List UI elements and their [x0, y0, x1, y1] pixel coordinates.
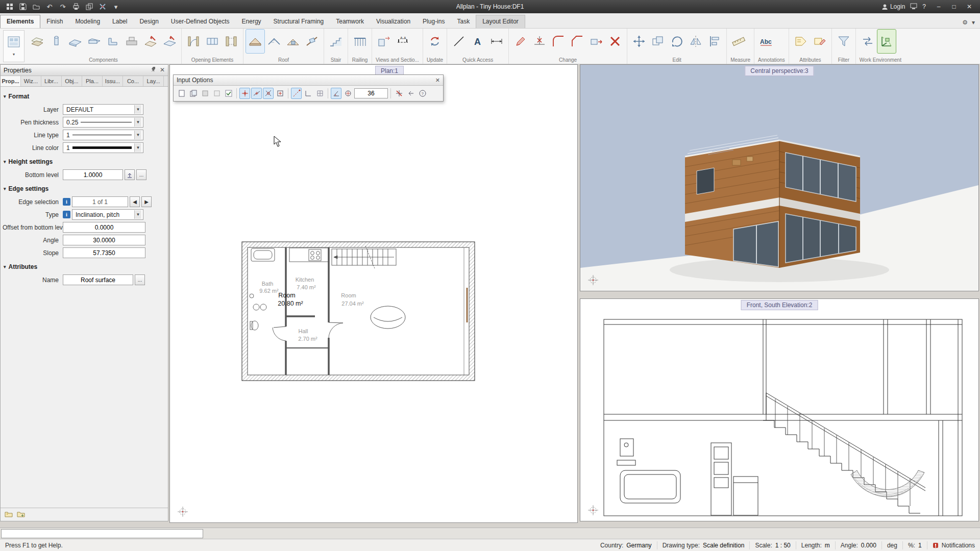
slope-input[interactable] [63, 247, 145, 258]
element-snap-icon[interactable] [275, 88, 285, 99]
railing-icon[interactable] [351, 30, 369, 53]
roof-surface-icon[interactable] [246, 30, 264, 53]
tab-layout-editor[interactable]: Layout Editor [476, 15, 525, 28]
status-drawing-type[interactable]: Drawing type:Scale definition [657, 541, 750, 549]
command-line-input[interactable] [1, 529, 203, 538]
upstand-icon[interactable] [104, 30, 122, 53]
connect-icon[interactable] [910, 3, 917, 11]
measure-icon[interactable] [729, 30, 748, 53]
status-scale[interactable]: Scale:1 : 50 [749, 541, 795, 549]
login-button[interactable]: Login [881, 3, 905, 10]
edge-prev-button[interactable]: ◀ [130, 196, 140, 207]
properties-header[interactable]: Properties ✕ [1, 65, 168, 76]
section-edge-header[interactable]: ▾Edge settings [3, 183, 164, 194]
level-more-button[interactable]: ... [136, 169, 146, 180]
text-icon[interactable]: A [469, 30, 487, 53]
intersection-snap-icon[interactable] [263, 88, 274, 99]
slab-icon[interactable] [66, 30, 84, 53]
tab-user-defined-objects[interactable]: User-Defined Objects [165, 15, 236, 28]
close-icon[interactable]: ✕ [435, 77, 440, 84]
edge-type-dropdown[interactable]: Inclination, pitch▼ [72, 209, 143, 220]
move-icon[interactable] [630, 30, 648, 53]
section-attributes-header[interactable]: ▾Attributes [3, 261, 164, 272]
offset-input[interactable] [63, 222, 145, 233]
section-format-header[interactable]: ▾Format [3, 91, 164, 102]
line-color-dropdown[interactable]: 1▼ [63, 142, 143, 153]
no-snap-icon[interactable] [394, 88, 404, 99]
slab-sketch-icon[interactable] [160, 30, 179, 53]
status-length-unit[interactable]: Length:m [796, 541, 835, 549]
ptab-wizard[interactable]: Wiz... [21, 76, 41, 86]
level-pick-button[interactable] [125, 169, 135, 180]
pin-icon[interactable] [151, 66, 157, 74]
door-icon[interactable] [184, 30, 203, 53]
ptab-connect[interactable]: Co... [123, 76, 143, 86]
back-icon[interactable] [405, 88, 416, 99]
fillet-icon[interactable] [549, 30, 568, 53]
ptab-issues[interactable]: Issu... [103, 76, 123, 86]
info-icon[interactable]: i [63, 198, 70, 206]
favorite-open-icon[interactable] [5, 510, 13, 519]
attribute-modify-icon[interactable] [811, 30, 829, 53]
ptab-library[interactable]: Libr... [41, 76, 62, 86]
workspace-grid-icon[interactable] [877, 30, 896, 53]
layer-doc2-icon[interactable] [211, 88, 222, 99]
open-icon[interactable] [32, 2, 41, 11]
status-percent[interactable]: %:1 [902, 541, 927, 549]
trim-icon[interactable] [530, 30, 549, 53]
rotate-icon[interactable] [668, 30, 686, 53]
layer-doc-icon[interactable] [200, 88, 210, 99]
tab-plug-ins[interactable]: Plug-ins [416, 15, 451, 28]
app-menu-icon[interactable] [5, 2, 14, 11]
dimension-icon[interactable] [487, 30, 506, 53]
close-button[interactable]: ✕ [962, 0, 977, 13]
track-line-icon[interactable] [291, 88, 302, 99]
bottom-level-input[interactable] [63, 169, 123, 180]
tab-visualization[interactable]: Visualization [370, 15, 416, 28]
plan-viewport[interactable]: Plan:1 [169, 64, 578, 523]
line-type-dropdown[interactable]: 1▼ [63, 130, 143, 140]
elevation-viewport-tag[interactable]: Front, South Elevation:2 [741, 300, 818, 310]
ptab-objects[interactable]: Obj... [62, 76, 82, 86]
copy-icon[interactable] [85, 2, 94, 11]
copy-elements-icon[interactable] [649, 30, 667, 53]
perspective-viewport[interactable]: Central perspective:3 [580, 64, 979, 291]
edit-pen-icon[interactable] [511, 30, 530, 53]
status-country[interactable]: Country:Germany [595, 541, 657, 549]
favorite-save-icon[interactable] [17, 510, 25, 519]
annotations-abc-icon[interactable]: Abc [757, 30, 775, 53]
midpoint-snap-icon[interactable] [251, 88, 262, 99]
column-icon[interactable] [47, 30, 65, 53]
multi-document-icon[interactable] [188, 88, 199, 99]
perspective-viewport-tag[interactable]: Central perspective:3 [745, 66, 814, 76]
tab-structural-framing[interactable]: Structural Framing [267, 15, 330, 28]
skylight-icon[interactable] [303, 30, 321, 53]
tab-design[interactable]: Design [133, 15, 164, 28]
view-icon[interactable] [375, 30, 393, 53]
angle-lock-icon[interactable] [331, 88, 341, 99]
tab-energy[interactable]: Energy [236, 15, 267, 28]
tab-modeling[interactable]: Modeling [69, 15, 106, 28]
stair-icon[interactable] [327, 30, 345, 53]
close-panel-icon[interactable]: ✕ [160, 66, 165, 74]
grid-snap-icon[interactable] [314, 88, 325, 99]
filter-icon[interactable] [835, 30, 853, 53]
floor-plan-drawing[interactable]: Bath 9.62 m² Kitchen 7.40 m² Room 20.80 … [241, 241, 476, 382]
confirm-check-icon[interactable] [223, 88, 234, 99]
elevation-drawing[interactable] [602, 317, 966, 519]
beam-icon[interactable] [85, 30, 103, 53]
snap-angle-input[interactable] [354, 88, 388, 98]
attribute-tag-icon[interactable] [792, 30, 810, 53]
wall-sketch-icon[interactable] [141, 30, 160, 53]
point-snap-icon[interactable] [239, 88, 250, 99]
dormer-icon[interactable] [284, 30, 302, 53]
qat-dropdown-icon[interactable]: ▾ [111, 2, 120, 11]
edge-next-button[interactable]: ▶ [141, 196, 152, 207]
modify-tool-icon[interactable] [98, 2, 107, 11]
help-icon[interactable]: ? [922, 3, 926, 10]
ptab-layers[interactable]: Lay... [143, 76, 164, 86]
align-icon[interactable] [705, 30, 724, 53]
line-icon[interactable] [450, 30, 468, 53]
section-icon[interactable]: A-A [394, 30, 412, 53]
minimize-button[interactable]: – [931, 0, 946, 13]
